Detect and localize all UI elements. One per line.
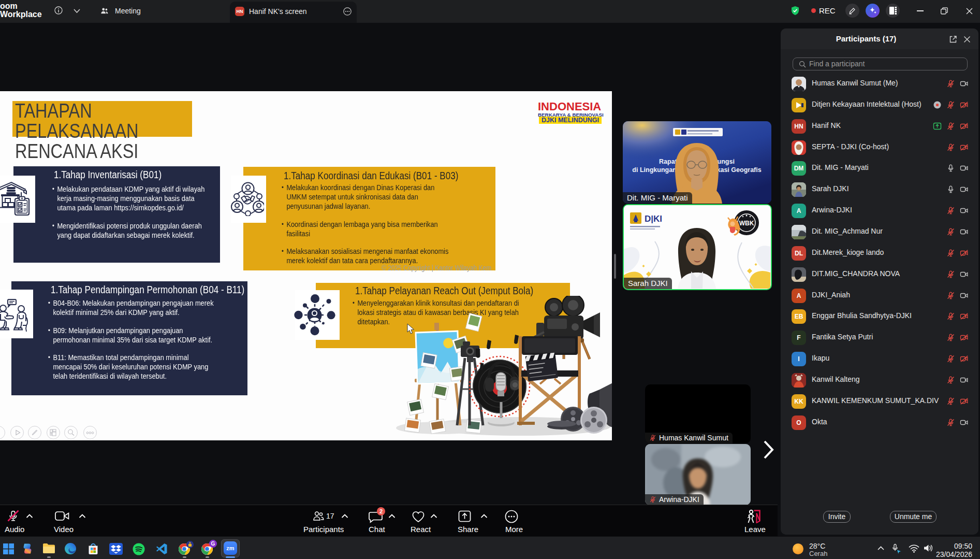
svg-text:D|KI: D|KI: [645, 214, 662, 224]
svg-text:WBK: WBK: [739, 220, 754, 227]
